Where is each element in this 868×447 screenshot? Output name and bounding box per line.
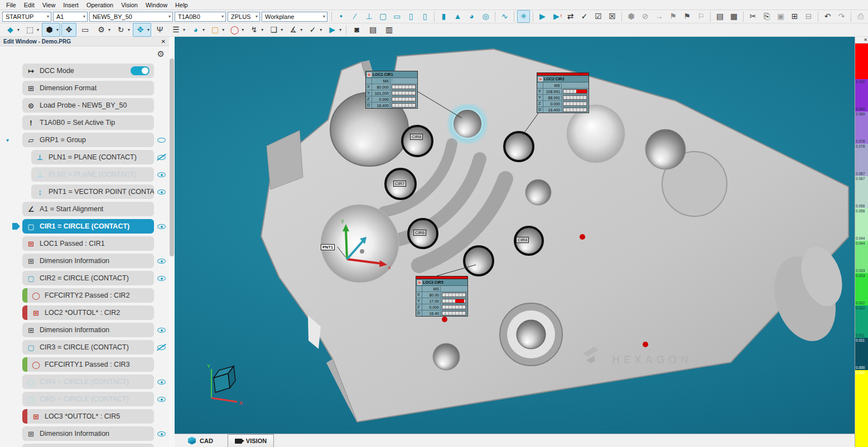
- tip-combo[interactable]: T1A0B0▾: [175, 12, 226, 22]
- report-window[interactable]: ▤: [365, 23, 380, 37]
- visibility-eye-icon[interactable]: [157, 377, 166, 386]
- round-slot-feature-icon[interactable]: ▭: [390, 10, 403, 23]
- mark-done-icon[interactable]: ✓: [578, 10, 591, 23]
- circle-feature-icon[interactable]: ▢: [377, 10, 389, 23]
- tree-item-button[interactable]: ⊙Load Probe - NEW5_BY_50: [22, 98, 154, 113]
- dim-label-loc1[interactable]: ⊞LOC1 CIR1MSX80.000Y101.000Z0.000D16.400: [365, 71, 418, 109]
- execute-loop-icon[interactable]: ⇄: [564, 10, 577, 23]
- execute-mini[interactable]: ▶▾: [325, 23, 343, 37]
- marker-clear-icon[interactable]: ⚐: [695, 10, 707, 23]
- cone-feature-icon[interactable]: ▲: [451, 10, 464, 23]
- tree-item-button[interactable]: ▢CIR1 = CIRCLE (CONTACT): [22, 219, 154, 234]
- visibility-eye-icon[interactable]: [157, 170, 166, 179]
- probe-vectors[interactable]: Ψ: [152, 23, 167, 37]
- visibility-eye-icon[interactable]: [157, 395, 166, 404]
- redo-icon[interactable]: ↷: [835, 10, 848, 23]
- menu-edit[interactable]: Edit: [20, 2, 38, 8]
- measured-circle[interactable]: [504, 132, 533, 161]
- menu-window[interactable]: Window: [142, 2, 171, 8]
- feature-tag-cir7[interactable]: CIR7: [393, 181, 406, 187]
- paste-icon[interactable]: ▣: [774, 10, 787, 23]
- tree-item-button[interactable]: ⊞Dimension Information: [22, 323, 154, 337]
- snapshot-camera[interactable]: ◙: [349, 23, 364, 37]
- angle-tool[interactable]: ∡▾: [286, 23, 304, 37]
- tree-item-button[interactable]: ⊞LOC1 Passed : CIR1: [22, 236, 154, 251]
- torus-feature-icon[interactable]: ◎: [479, 10, 492, 23]
- probe-mode[interactable]: ◆▾: [3, 23, 21, 37]
- tree-item-button[interactable]: ⊞LOC2 *OUTTOL* : CIR2: [22, 305, 154, 320]
- copy-icon[interactable]: ⎘: [760, 10, 773, 23]
- scrollbar-thumb[interactable]: [170, 59, 174, 256]
- notch-feature-icon[interactable]: ▯: [418, 10, 431, 23]
- window-layout[interactable]: ❏▾: [266, 23, 284, 37]
- selected-measured-circle[interactable]: [453, 109, 482, 138]
- visibility-eye-icon[interactable]: [157, 274, 166, 283]
- orientation-cube[interactable]: Y X: [207, 363, 243, 406]
- collision-check[interactable]: ⚙▾: [94, 23, 112, 37]
- menu-insert[interactable]: Insert: [59, 2, 83, 8]
- menu-view[interactable]: View: [38, 2, 60, 8]
- tree-item-button[interactable]: ⊞LOC3 *OUTTOL* : CIR5: [22, 409, 154, 424]
- graph-window[interactable]: ▥: [382, 23, 397, 37]
- feature-tag-cir4[interactable]: CIR4: [516, 237, 529, 243]
- visibility-eye-icon[interactable]: [157, 187, 166, 196]
- report-table-icon[interactable]: ▦: [727, 10, 740, 23]
- confirm[interactable]: ✓▾: [305, 23, 324, 37]
- cylinder-feature-icon[interactable]: ▮: [437, 10, 450, 23]
- line-feature-icon[interactable]: ∕: [349, 10, 361, 23]
- plane-feature-icon[interactable]: ⊥: [363, 10, 375, 23]
- print-icon[interactable]: ⎙: [854, 10, 867, 23]
- grid-edit-icon[interactable]: ⊟: [802, 10, 815, 23]
- feature-set[interactable]: ☰▾: [168, 23, 187, 37]
- visibility-eye-icon[interactable]: [157, 256, 166, 265]
- scale-close-icon[interactable]: ✕: [864, 37, 867, 42]
- point-feature-icon[interactable]: •: [335, 10, 348, 23]
- sphere-feature-icon[interactable]: ◕: [465, 10, 478, 23]
- sphere-tool[interactable]: ◕▾: [188, 23, 206, 37]
- path-edit[interactable]: ↯▾: [247, 23, 265, 37]
- tab-cad[interactable]: CAD: [181, 435, 220, 446]
- tree-item-button[interactable]: ▢CIR3 = CIRCLE (CONTACT): [22, 340, 154, 354]
- menu-vision[interactable]: Vision: [117, 2, 142, 8]
- measured-circle[interactable]: [464, 246, 493, 275]
- tree-item-button[interactable]: ⊥PLN2 = PLANE (CONTACT): [31, 167, 154, 182]
- undo-icon[interactable]: ↶: [821, 10, 834, 23]
- curve-feature-icon[interactable]: ∿: [498, 10, 511, 23]
- stop-icon[interactable]: ⬢: [625, 10, 638, 23]
- visibility-eye-icon[interactable]: [157, 325, 166, 334]
- cad-viewport[interactable]: HEXAGON x y Y X CIR8CIR: [175, 37, 855, 434]
- tree-item-button[interactable]: ▢CIR2 = CIRCLE (CONTACT): [22, 271, 154, 285]
- rect-zoom[interactable]: ▢▾: [208, 23, 226, 37]
- dim-label-loc2[interactable]: ⊞LOC2 CIR2MSX108.991Y88.991Z0.000D16.400: [537, 72, 589, 113]
- dcc-toggle[interactable]: [131, 66, 150, 75]
- execute-feature-icon[interactable]: ▶!: [550, 10, 563, 23]
- cut-icon[interactable]: ✂: [746, 10, 759, 23]
- tree-item-button[interactable]: ▢CIR6 = CIRCLE (CONTACT): [22, 444, 154, 447]
- visibility-eye-icon[interactable]: [157, 153, 166, 162]
- pan-view[interactable]: ✥: [61, 23, 76, 37]
- square-slot-feature-icon[interactable]: ▯: [404, 10, 417, 23]
- close-icon[interactable]: ✕: [161, 38, 166, 45]
- rotate-view[interactable]: ↻▾: [113, 23, 132, 37]
- tree-item-button[interactable]: ↨PNT1 = VECTOR POINT (CONTAC: [31, 184, 154, 199]
- tree-item-button[interactable]: !T1A0B0 = Set Active Tip: [22, 115, 154, 130]
- menu-file[interactable]: File: [2, 2, 20, 8]
- mode-combo[interactable]: Workplane▾: [262, 12, 327, 22]
- tree-item-button[interactable]: ◯FCFCIRTY2 Passed : CIR2: [22, 288, 154, 303]
- feature-tag-pnt1[interactable]: PNT1: [321, 244, 335, 250]
- no-entry-icon[interactable]: ⊘: [639, 10, 652, 23]
- tree-item-button[interactable]: ⊞Dimension Format: [22, 81, 154, 95]
- workplane-combo[interactable]: ZPLUS▾: [228, 12, 260, 22]
- annotation-label[interactable]: ▭: [78, 23, 93, 37]
- menu-help[interactable]: Help: [171, 2, 192, 8]
- visibility-eye-icon[interactable]: [157, 343, 166, 352]
- tree-item-button[interactable]: ◯FCFCIRTY1 Passed : CIR3: [22, 357, 154, 372]
- tree-item-button[interactable]: ⊞Dimension Information: [22, 426, 154, 441]
- visibility-eye-icon[interactable]: [157, 222, 166, 231]
- tree-item-button[interactable]: ⊥PLN1 = PLANE (CONTACT): [31, 150, 154, 164]
- translate-view[interactable]: ✥▾: [133, 23, 151, 37]
- tree-item-button[interactable]: ↦DCC Mode: [22, 64, 154, 78]
- tree-item-button[interactable]: ⊞Dimension Information: [22, 254, 154, 268]
- alignment-combo[interactable]: STARTUP▾: [2, 12, 51, 22]
- expander-icon[interactable]: ▾: [6, 137, 9, 143]
